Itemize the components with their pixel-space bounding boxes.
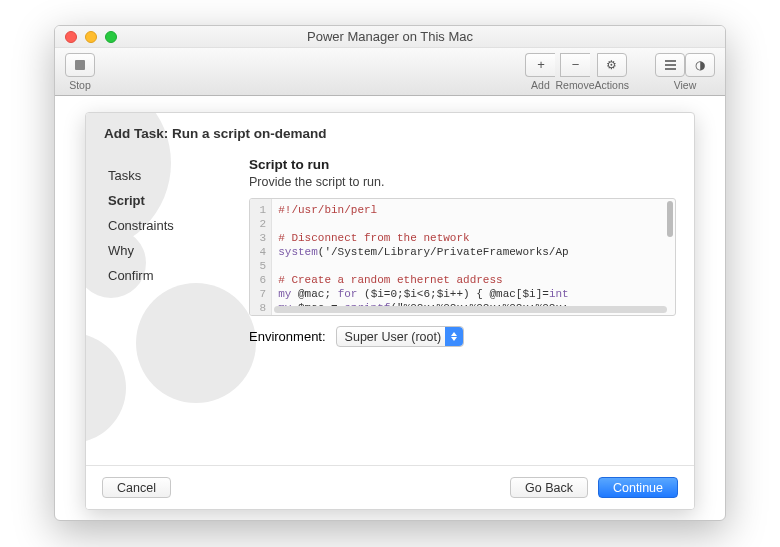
stop-button[interactable]: Stop bbox=[65, 53, 95, 91]
actions-button[interactable]: Actions bbox=[595, 53, 629, 91]
go-back-button[interactable]: Go Back bbox=[510, 477, 588, 498]
sheet-title: Add Task: Run a script on-demand bbox=[86, 113, 694, 151]
toolbar: Stop + Add − Remove Actions View bbox=[55, 48, 725, 96]
gear-icon bbox=[597, 53, 627, 77]
code-area[interactable]: #!/usr/bin/perl # Disconnect from the ne… bbox=[272, 199, 675, 315]
modify-group: + Add − Remove Actions bbox=[525, 53, 629, 91]
remove-label: Remove bbox=[555, 79, 594, 91]
environment-select[interactable]: Super User (root) bbox=[336, 326, 465, 347]
sheet-dialog: Add Task: Run a script on-demand Tasks S… bbox=[85, 112, 695, 510]
sidebar-item-tasks[interactable]: Tasks bbox=[104, 163, 249, 188]
script-editor[interactable]: 1 2 3 4 5 6 7 8 9 10 #!/usr/bin/perl # D… bbox=[249, 198, 676, 316]
titlebar: Power Manager on This Mac bbox=[55, 26, 725, 48]
stop-icon bbox=[75, 60, 85, 70]
sidebar-item-constraints[interactable]: Constraints bbox=[104, 213, 249, 238]
content-heading: Script to run bbox=[249, 157, 676, 172]
chevron-up-down-icon bbox=[445, 327, 463, 346]
environment-value: Super User (root) bbox=[345, 330, 442, 344]
minus-icon: − bbox=[560, 53, 590, 77]
environment-row: Environment: Super User (root) bbox=[249, 326, 676, 347]
horizontal-scrollbar[interactable] bbox=[274, 306, 667, 313]
line-gutter: 1 2 3 4 5 6 7 8 9 10 bbox=[250, 199, 272, 315]
sidebar-item-why[interactable]: Why bbox=[104, 238, 249, 263]
list-view-icon[interactable] bbox=[655, 53, 685, 77]
actions-label: Actions bbox=[595, 79, 629, 91]
sidebar-item-confirm[interactable]: Confirm bbox=[104, 263, 249, 288]
window-title: Power Manager on This Mac bbox=[55, 29, 725, 44]
sidebar-item-script[interactable]: Script bbox=[104, 188, 249, 213]
add-button[interactable]: + Add bbox=[525, 53, 555, 91]
plus-icon: + bbox=[525, 53, 555, 77]
sheet-content: Script to run Provide the script to run.… bbox=[249, 157, 676, 465]
view-label: View bbox=[674, 79, 697, 91]
gauge-view-icon[interactable] bbox=[685, 53, 715, 77]
cancel-button[interactable]: Cancel bbox=[102, 477, 171, 498]
stop-label: Stop bbox=[69, 79, 91, 91]
view-segmented[interactable]: View bbox=[655, 53, 715, 91]
add-label: Add bbox=[531, 79, 550, 91]
vertical-scrollbar[interactable] bbox=[667, 201, 673, 237]
app-window: Power Manager on This Mac Stop + Add − R… bbox=[54, 25, 726, 521]
environment-label: Environment: bbox=[249, 329, 326, 344]
step-sidebar: Tasks Script Constraints Why Confirm bbox=[104, 157, 249, 465]
content-subtitle: Provide the script to run. bbox=[249, 175, 676, 189]
remove-button[interactable]: − Remove bbox=[555, 53, 594, 91]
sheet-footer: Cancel Go Back Continue bbox=[86, 465, 694, 509]
continue-button[interactable]: Continue bbox=[598, 477, 678, 498]
